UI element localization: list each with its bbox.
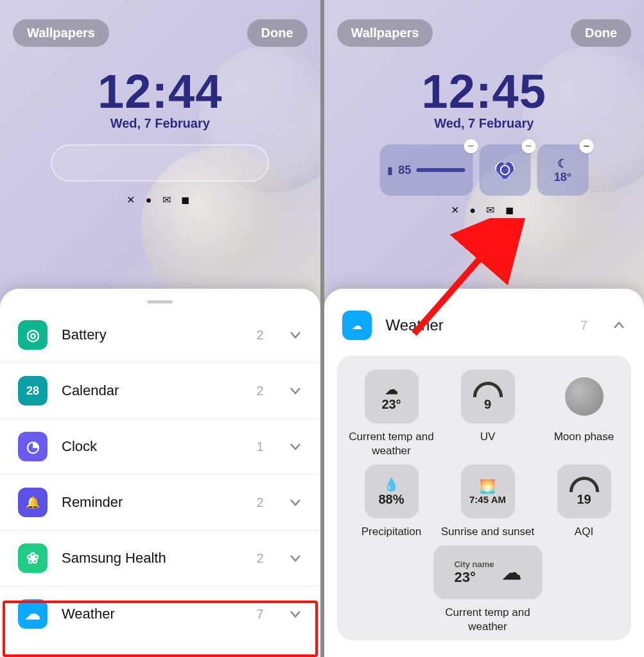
clock-icon: ◔ bbox=[18, 432, 48, 461]
wallpapers-button[interactable]: Wallpapers bbox=[337, 19, 433, 47]
remove-widget-icon[interactable]: − bbox=[579, 139, 593, 153]
category-label: Calendar bbox=[62, 382, 242, 399]
widget-tile[interactable]: ☁23° bbox=[365, 370, 419, 423]
category-battery[interactable]: ◎Battery2 bbox=[0, 307, 320, 363]
temp-value: 23° bbox=[454, 569, 494, 586]
widget-grid: ☁23°Current temp and weather9UVMoon phas… bbox=[337, 355, 632, 640]
category-count: 2 bbox=[256, 328, 263, 343]
widget-glyph-icon: 💧 bbox=[383, 477, 399, 492]
widget-tile[interactable]: 💧88% bbox=[365, 465, 419, 518]
widget-caption: UV bbox=[480, 430, 496, 444]
widget-health[interactable]: − bbox=[479, 144, 530, 196]
widget-tile[interactable]: City name23°☁ bbox=[433, 545, 543, 599]
drag-handle[interactable] bbox=[147, 300, 173, 303]
category-weather[interactable]: ☁Weather7 bbox=[0, 586, 320, 642]
battery-icon: ◎ bbox=[18, 320, 48, 350]
heart-icon bbox=[492, 157, 518, 183]
battery-percent: 85 bbox=[398, 164, 411, 177]
category-label: Weather bbox=[62, 606, 242, 622]
category-label: Battery bbox=[62, 327, 242, 343]
category-reminder[interactable]: 🔔Reminder2 bbox=[0, 475, 320, 531]
category-label: Reminder bbox=[62, 494, 242, 511]
widget-battery[interactable]: ▮ 85 − bbox=[379, 144, 473, 196]
notification-icons: ✕ ● ✉ ◼ bbox=[0, 194, 320, 206]
notification-icons: ✕ ● ✉ ◼ bbox=[324, 204, 645, 216]
calendar-icon: 28 bbox=[18, 376, 48, 405]
widget-option: Moon phase bbox=[536, 370, 632, 458]
widget-glyph-icon: 🌅 bbox=[480, 479, 496, 494]
category-count: 2 bbox=[256, 495, 263, 510]
widget-glyph-icon: ☁ bbox=[385, 382, 398, 397]
widget-value: 7:45 AM bbox=[469, 494, 506, 505]
category-count: 7 bbox=[256, 607, 263, 622]
weather-icon: ☁ bbox=[18, 599, 48, 629]
battery-icon: ▮ bbox=[387, 164, 393, 176]
chevron-down-icon bbox=[288, 439, 302, 454]
chevron-down-icon bbox=[288, 495, 302, 509]
chevron-down-icon bbox=[288, 551, 302, 565]
lockscreen-clock[interactable]: 12:44 Wed, 7 February bbox=[0, 64, 320, 131]
widget-value: 23° bbox=[381, 397, 401, 412]
category-count: 2 bbox=[256, 384, 263, 398]
widget-caption: Precipitation bbox=[361, 525, 422, 539]
done-button[interactable]: Done bbox=[247, 19, 308, 47]
widget-value: 9 bbox=[484, 397, 491, 412]
widget-tile[interactable]: 9 bbox=[461, 370, 515, 423]
clock-time: 12:44 bbox=[0, 64, 320, 119]
widget-caption: Moon phase bbox=[554, 430, 614, 444]
category-label: Clock bbox=[62, 438, 242, 455]
weather-icon: ☁ bbox=[342, 311, 372, 340]
widget-option: 🌅7:45 AMSunrise and sunset bbox=[440, 465, 536, 539]
widget-option-wide: City name23°☁Current temp and weather bbox=[440, 545, 536, 634]
remove-widget-icon[interactable]: − bbox=[521, 139, 535, 153]
widget-value: 19 bbox=[577, 492, 591, 507]
widget-option: 💧88%Precipitation bbox=[344, 465, 440, 539]
sheet-title: Weather bbox=[386, 316, 566, 334]
widget-caption: AQI bbox=[575, 525, 593, 539]
clock-time: 12:45 bbox=[324, 64, 645, 119]
done-button[interactable]: Done bbox=[571, 19, 631, 47]
chevron-up-icon[interactable] bbox=[612, 318, 626, 332]
widget-weather-mini[interactable]: ☾ 18° − bbox=[537, 144, 588, 196]
widget-row: ▮ 85 − − ☾ 18° − bbox=[379, 144, 588, 196]
widget-count: 7 bbox=[580, 318, 587, 333]
category-count: 2 bbox=[256, 551, 263, 566]
moon-phase-icon bbox=[565, 377, 604, 416]
clock-date: Wed, 7 February bbox=[324, 116, 645, 131]
widget-slot-empty[interactable] bbox=[51, 144, 269, 182]
category-label: Samsung Health bbox=[62, 550, 242, 567]
health-icon: ❀ bbox=[18, 543, 48, 573]
city-label: City name bbox=[454, 559, 494, 569]
reminder-icon: 🔔 bbox=[18, 488, 48, 517]
remove-widget-icon[interactable]: − bbox=[464, 139, 478, 153]
widget-tile[interactable]: 19 bbox=[557, 465, 611, 518]
chevron-down-icon bbox=[288, 328, 302, 342]
lockscreen-clock[interactable]: 12:45 Wed, 7 February bbox=[324, 64, 645, 131]
chevron-down-icon bbox=[288, 607, 302, 621]
widget-picker-sheet: ◎Battery228Calendar2◔Clock1🔔Reminder2❀Sa… bbox=[0, 289, 320, 657]
chevron-down-icon bbox=[288, 384, 302, 398]
category-calendar[interactable]: 28Calendar2 bbox=[0, 363, 320, 419]
widget-value: 88% bbox=[378, 492, 404, 507]
category-clock[interactable]: ◔Clock1 bbox=[0, 419, 320, 475]
widget-option: ☁23°Current temp and weather bbox=[344, 370, 440, 458]
cloud-icon: ☁ bbox=[502, 561, 521, 584]
widget-option: 19AQI bbox=[536, 465, 632, 539]
widget-caption: Current temp and weather bbox=[344, 430, 440, 458]
phone-left: Wallpapers Done 12:44 Wed, 7 February ✕ … bbox=[0, 0, 320, 657]
category-health[interactable]: ❀Samsung Health2 bbox=[0, 531, 320, 586]
gauge-icon bbox=[570, 477, 599, 492]
weather-widgets-sheet: ☁ Weather 7 ☁23°Current temp and weather… bbox=[324, 289, 645, 657]
phone-right: Wallpapers Done 12:45 Wed, 7 February ▮ … bbox=[320, 0, 645, 657]
clock-date: Wed, 7 February bbox=[0, 116, 320, 131]
category-count: 1 bbox=[256, 439, 263, 454]
widget-tile[interactable]: 🌅7:45 AM bbox=[461, 465, 515, 518]
moon-icon: ☾ bbox=[557, 157, 568, 171]
gauge-icon bbox=[473, 382, 503, 397]
widget-caption: Sunrise and sunset bbox=[441, 525, 535, 539]
widget-tile[interactable] bbox=[557, 370, 611, 423]
temp-value: 18° bbox=[554, 171, 571, 184]
wallpapers-button[interactable]: Wallpapers bbox=[13, 19, 109, 47]
widget-caption: Current temp and weather bbox=[440, 606, 536, 634]
battery-bar bbox=[416, 168, 465, 172]
